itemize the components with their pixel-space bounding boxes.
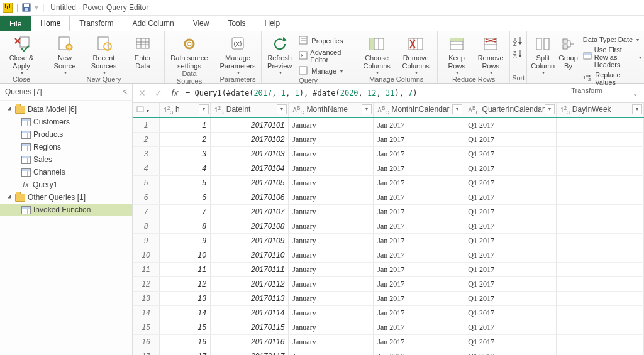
query-item[interactable]: Regions: [0, 141, 132, 153]
filter-icon[interactable]: ▾: [277, 104, 287, 114]
table-row[interactable]: 111120170111JanuaryJan 2017Q1 2017: [133, 263, 644, 277]
svg-rect-28: [299, 67, 307, 74]
tab-transform[interactable]: Transform: [70, 16, 123, 31]
enter-data-button[interactable]: Enter Data: [125, 33, 160, 70]
svg-rect-57: [563, 39, 567, 43]
formula-text[interactable]: = Query1(#date(2017, 1, 1), #date(2020, …: [186, 89, 625, 97]
expand-formula-icon[interactable]: ⌄: [630, 90, 640, 97]
tab-file[interactable]: File: [0, 16, 31, 31]
tab-view[interactable]: View: [184, 16, 219, 31]
svg-rect-39: [450, 38, 463, 41]
table-icon: [21, 131, 31, 139]
window-title: Untitled - Power Query Editor: [50, 3, 148, 12]
svg-text:2: 2: [588, 77, 591, 82]
recent-sources-button[interactable]: Recent Sources: [86, 33, 121, 75]
collapse-pane-icon[interactable]: <: [123, 87, 127, 96]
table-row[interactable]: 5520170105JanuaryJan 2017Q1 2017: [133, 176, 644, 190]
remove-columns-icon: [406, 35, 425, 53]
table-row[interactable]: 9920170109JanuaryJan 2017Q1 2017: [133, 234, 644, 248]
tab-help[interactable]: Help: [255, 16, 289, 31]
column-header-h[interactable]: 123h▾: [160, 103, 211, 117]
sort-asc-button[interactable]: AZ: [512, 35, 525, 45]
keep-rows-icon: [447, 35, 466, 53]
manage-button[interactable]: Manage: [297, 65, 351, 77]
remove-rows-icon: [481, 35, 500, 53]
split-column-icon: [533, 35, 552, 53]
data-type-button[interactable]: Data Type: Date: [582, 35, 643, 44]
parameters-icon: (x): [228, 35, 247, 53]
queries-tree: Data Model [6]CustomersProductsRegionsSa…: [0, 101, 132, 219]
tab-home[interactable]: Home: [31, 16, 70, 31]
commit-formula-icon[interactable]: ✓: [153, 88, 164, 98]
column-header-mn[interactable]: ABCMonthName▾: [289, 103, 374, 117]
table-icon: [21, 118, 31, 126]
keep-rows-button[interactable]: Keep Rows: [441, 33, 472, 75]
column-header-dw[interactable]: 123DayInWeek▾: [556, 103, 643, 117]
folder-icon: [15, 106, 25, 114]
query-group[interactable]: Other Queries [1]: [0, 191, 132, 204]
tab-add-column[interactable]: Add Column: [123, 16, 184, 31]
svg-rect-14: [136, 38, 149, 48]
svg-rect-30: [370, 38, 374, 50]
table-icon: [21, 206, 31, 214]
filter-icon[interactable]: ▾: [452, 104, 462, 114]
new-source-button[interactable]: New Source: [47, 33, 82, 75]
refresh-preview-button[interactable]: Refresh Preview: [265, 33, 294, 75]
advanced-editor-button[interactable]: Advanced Editor: [297, 48, 351, 64]
row-header-corner[interactable]: ▾: [133, 103, 160, 117]
manage-parameters-button[interactable]: (x) Manage Parameters: [218, 33, 257, 75]
table-row[interactable]: 131320170113JanuaryJan 2017Q1 2017: [133, 292, 644, 306]
choose-columns-button[interactable]: Choose Columns: [359, 33, 394, 75]
table-row[interactable]: 171720170117JanuaryJan 2017Q1 2017: [133, 349, 644, 356]
table-row[interactable]: 161620170116JanuaryJan 2017Q1 2017: [133, 335, 644, 349]
remove-columns-button[interactable]: Remove Columns: [398, 33, 433, 75]
queries-pane: Queries [7] < Data Model [6]CustomersPro…: [0, 84, 133, 355]
column-header-mc[interactable]: ABCMonthInCalendar▾: [374, 103, 464, 117]
table-row[interactable]: 151520170115JanuaryJan 2017Q1 2017: [133, 320, 644, 335]
table-row[interactable]: 1120170101JanuaryJan 2017Q1 2017: [133, 117, 644, 133]
query-item[interactable]: Customers: [0, 116, 132, 128]
cancel-formula-icon[interactable]: ✕: [136, 88, 148, 98]
advanced-editor-icon: [299, 51, 308, 61]
use-first-row-button[interactable]: Use First Row as Headers: [582, 45, 643, 69]
table-row[interactable]: 8820170108JanuaryJan 2017Q1 2017: [133, 219, 644, 234]
data-grid[interactable]: ▾123h▾123DateInt▾ABCMonthName▾ABCMonthIn…: [133, 103, 644, 355]
table-row[interactable]: 6620170106JanuaryJan 2017Q1 2017: [133, 190, 644, 205]
table-row[interactable]: 121220170112JanuaryJan 2017Q1 2017: [133, 277, 644, 292]
close-apply-button[interactable]: Close & Apply: [4, 33, 39, 75]
tab-tools[interactable]: Tools: [218, 16, 255, 31]
filter-icon[interactable]: ▾: [545, 104, 555, 114]
save-icon[interactable]: [22, 3, 31, 12]
sort-desc-button[interactable]: ZA: [512, 48, 525, 58]
table-row[interactable]: 2220170102JanuaryJan 2017Q1 2017: [133, 133, 644, 147]
query-item[interactable]: Products: [0, 128, 132, 141]
fx-icon[interactable]: fx: [169, 88, 180, 98]
query-item[interactable]: Sales: [0, 153, 132, 166]
query-item[interactable]: Invoked Function: [0, 204, 132, 216]
query-item[interactable]: fxQuery1: [0, 178, 132, 191]
svg-rect-42: [484, 38, 497, 50]
column-header-di[interactable]: 123DateInt▾: [210, 103, 288, 117]
group-by-button[interactable]: Group By: [558, 33, 578, 70]
table-row[interactable]: 101020170110JanuaryJan 2017Q1 2017: [133, 248, 644, 263]
table-row[interactable]: 3320170103JanuaryJan 2017Q1 2017: [133, 147, 644, 161]
query-item[interactable]: Channels: [0, 166, 132, 178]
group-by-icon: [559, 35, 578, 53]
data-source-settings-button[interactable]: Data source settings: [169, 33, 210, 70]
table-row[interactable]: 7720170107JanuaryJan 2017Q1 2017: [133, 205, 644, 219]
filter-icon[interactable]: ▾: [199, 104, 209, 114]
svg-point-20: [187, 42, 191, 46]
filter-icon[interactable]: ▾: [632, 104, 642, 114]
column-header-qc[interactable]: ABCQuarterInCalendar▾: [464, 103, 557, 117]
table-row[interactable]: 141420170114JanuaryJan 2017Q1 2017: [133, 306, 644, 320]
query-group[interactable]: Data Model [6]: [0, 103, 132, 116]
table-row[interactable]: 4420170104JanuaryJan 2017Q1 2017: [133, 161, 644, 176]
remove-rows-button[interactable]: Remove Rows: [475, 33, 506, 75]
table-icon: [21, 168, 31, 177]
properties-button[interactable]: Properties: [297, 35, 351, 46]
new-source-icon: [55, 35, 74, 53]
split-column-button[interactable]: Split Column: [531, 33, 555, 75]
folder-icon: [15, 194, 25, 202]
filter-icon[interactable]: ▾: [362, 104, 372, 114]
svg-rect-58: [563, 45, 567, 49]
